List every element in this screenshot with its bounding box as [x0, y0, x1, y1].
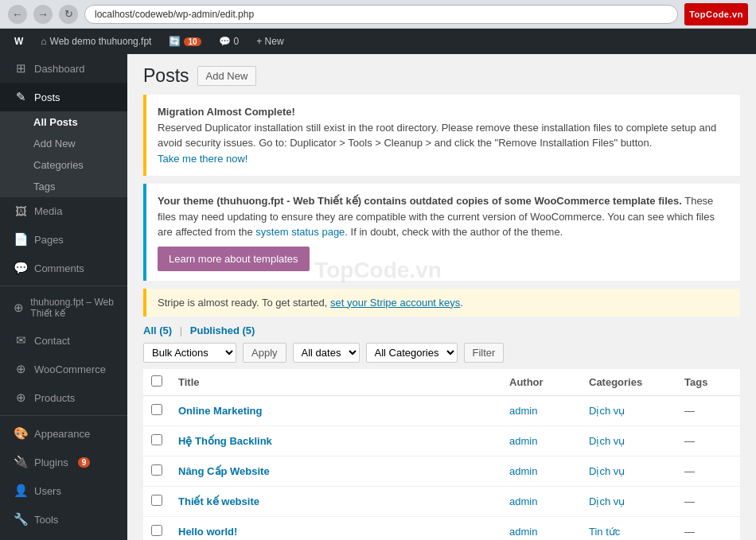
categories-select[interactable]: All Categories Dịch vụ Tin tức [366, 343, 458, 363]
col-header-cb [143, 369, 170, 396]
post-title-link[interactable]: Nâng Cấp Website [178, 465, 270, 477]
stripe-body2: . [460, 297, 463, 309]
sidebar-item-pages[interactable]: 📄 Pages [0, 225, 127, 254]
sidebar-label-comments: Comments [34, 262, 84, 274]
sidebar-item-woocommerce[interactable]: ⊕ WooCommerce [0, 355, 127, 383]
learn-more-button[interactable]: Learn more about templates [158, 247, 310, 271]
author-link[interactable]: admin [509, 495, 537, 507]
row-title: Hệ Thống Backlink [170, 425, 501, 456]
tab-published[interactable]: Published (5) [190, 324, 255, 336]
migration-title: Migration Almost Complete! [158, 106, 295, 118]
posts-submenu: All Posts Add New Categories Tags [0, 111, 127, 197]
sidebar-item-dashboard[interactable]: ⊞ Dashboard [0, 54, 127, 83]
sidebar-item-posts[interactable]: ✎ Posts [0, 83, 127, 111]
row-title: Nâng Cấp Website [170, 456, 501, 486]
wp-layout: ⊞ Dashboard ✎ Posts All Posts Add New Ca… [0, 54, 756, 540]
filter-button[interactable]: Filter [464, 343, 505, 363]
author-link[interactable]: admin [509, 465, 537, 477]
sidebar-item-thuhuong[interactable]: ⊕ thuhuong.fpt – Web Thiết kế [0, 289, 127, 326]
wp-icon: W [14, 36, 23, 47]
url-bar[interactable] [84, 5, 678, 24]
sidebar-item-all-posts[interactable]: All Posts [0, 111, 127, 133]
category-link[interactable]: Tin tức [589, 526, 620, 538]
row-checkbox[interactable] [151, 464, 162, 476]
row-category: Dịch vụ [581, 425, 676, 456]
stripe-link[interactable]: set your Stripe account keys [330, 297, 460, 309]
new-content[interactable]: + New [248, 29, 291, 54]
row-checkbox[interactable] [151, 495, 162, 506]
bulk-actions-select[interactable]: Bulk Actions Edit Move to Trash [143, 343, 236, 363]
select-all-checkbox[interactable] [151, 375, 162, 387]
category-link[interactable]: Dịch vụ [589, 495, 625, 507]
page-title: Posts [143, 65, 189, 87]
row-tags: — [676, 395, 740, 425]
dashboard-icon: ⊞ [14, 61, 28, 76]
wp-logo[interactable]: W [6, 29, 31, 54]
sidebar-item-tags[interactable]: Tags [0, 176, 127, 197]
post-title-link[interactable]: Hệ Thống Backlink [178, 435, 272, 447]
author-link[interactable]: admin [509, 526, 537, 538]
migration-link[interactable]: Take me there now! [158, 153, 247, 165]
col-header-categories[interactable]: Categories [581, 369, 676, 396]
sidebar-item-media[interactable]: 🖼 Media [0, 197, 127, 225]
plugins-icon: 🔌 [14, 455, 28, 469]
post-title-link[interactable]: Hello world! [178, 526, 237, 538]
post-title-link[interactable]: Online Marketing [178, 405, 262, 417]
col-header-title[interactable]: Title [170, 369, 501, 396]
col-header-tags[interactable]: Tags [676, 369, 740, 396]
tags-value: — [684, 465, 695, 477]
site-name[interactable]: ⌂ Web demo thuhuong.fpt [33, 29, 159, 54]
add-new-button[interactable]: Add New [197, 66, 257, 86]
refresh-button[interactable]: ↻ [59, 5, 78, 24]
dates-select[interactable]: All dates [293, 343, 360, 363]
forward-button[interactable]: → [33, 5, 53, 24]
comments-bar[interactable]: 💬 0 [211, 29, 247, 54]
filter-bar: Bulk Actions Edit Move to Trash Apply Al… [143, 343, 740, 363]
row-checkbox[interactable] [151, 404, 162, 415]
row-checkbox[interactable] [151, 525, 162, 536]
tab-all[interactable]: All (5) [143, 324, 175, 336]
sidebar-item-comments[interactable]: 💬 Comments [0, 254, 127, 282]
woocommerce-icon: ⊕ [14, 362, 28, 376]
updates-icon: 🔄 [169, 36, 181, 47]
sidebar-label-woocommerce: WooCommerce [34, 363, 106, 375]
sidebar-item-products[interactable]: ⊕ Products [0, 383, 127, 412]
updates[interactable]: 🔄 10 [161, 29, 208, 54]
sidebar-item-contact[interactable]: ✉ Contact [0, 326, 127, 355]
system-status-link[interactable]: system status page [255, 226, 345, 238]
category-link[interactable]: Dịch vụ [589, 405, 625, 417]
woo-body2: . If in doubt, check with the author of … [345, 226, 563, 238]
sidebar-item-plugins[interactable]: 🔌 Plugins 9 [0, 448, 127, 476]
apply-button[interactable]: Apply [243, 343, 286, 363]
row-tags: — [676, 516, 740, 540]
row-author: admin [501, 395, 581, 425]
tab-sep: | [180, 324, 185, 336]
sidebar-label-posts: Posts [34, 91, 60, 103]
sidebar-label-tools: Tools [34, 514, 58, 526]
row-checkbox[interactable] [151, 434, 162, 445]
sidebar-item-appearance[interactable]: 🎨 Appearance [0, 419, 127, 448]
sidebar-item-tools[interactable]: 🔧 Tools [0, 505, 127, 534]
category-link[interactable]: Dịch vụ [589, 465, 625, 477]
author-link[interactable]: admin [509, 405, 537, 417]
media-icon: 🖼 [14, 204, 28, 218]
sidebar-item-add-new[interactable]: Add New [0, 133, 127, 154]
sidebar-item-settings[interactable]: ⚙ Settings [0, 534, 127, 540]
wp-admin-bar: W ⌂ Web demo thuhuong.fpt 🔄 10 💬 0 + New [0, 29, 756, 54]
browser-bar: ← → ↻ TopCode.vn [0, 0, 756, 29]
row-author: admin [501, 516, 581, 540]
tags-value: — [684, 405, 695, 417]
sidebar-item-users[interactable]: 👤 Users [0, 476, 127, 505]
back-button[interactable]: ← [8, 5, 27, 24]
migration-body: Reserved Duplicator installation still e… [158, 122, 716, 150]
sidebar-item-categories[interactable]: Categories [0, 154, 127, 176]
row-tags: — [676, 425, 740, 456]
posts-table: Title Author Categories Tags Online Mark… [143, 369, 740, 541]
comments-sidebar-icon: 💬 [14, 261, 28, 275]
col-header-author[interactable]: Author [501, 369, 581, 396]
products-icon: ⊕ [14, 390, 28, 405]
table-header-row: Title Author Categories Tags [143, 369, 740, 396]
post-title-link[interactable]: Thiết kế website [178, 495, 259, 507]
author-link[interactable]: admin [509, 435, 537, 447]
category-link[interactable]: Dịch vụ [589, 435, 625, 447]
